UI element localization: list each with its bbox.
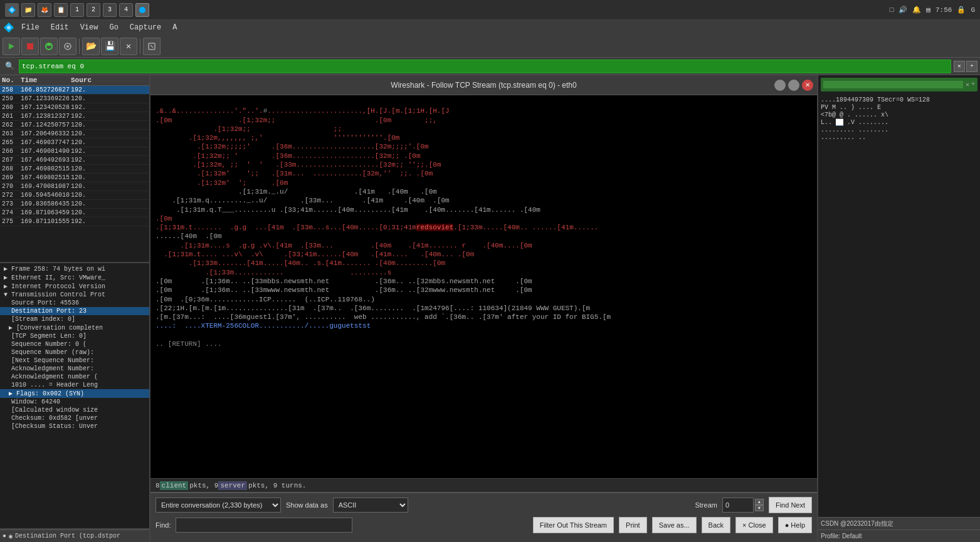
detail-stream-index[interactable]: [Stream index: 0] [0, 315, 149, 323]
save-as-button[interactable]: Save as... [652, 517, 697, 533]
left-status-icon1[interactable]: ● [3, 533, 6, 539]
detail-dst-port[interactable]: Destination Port: 23 [0, 307, 149, 315]
taskbar-folder[interactable]: 📁 [21, 3, 35, 17]
right-bar-btn2[interactable]: + [971, 81, 975, 88]
detail-next-seq[interactable]: [Next Sequence Number: [0, 357, 149, 365]
row-time: 167.124250757 [19, 121, 69, 129]
toolbar-save[interactable]: 💾 [101, 38, 119, 55]
filter-input[interactable] [19, 60, 951, 73]
detail-ethernet[interactable]: Ethernet II, Src: VMware_ [0, 273, 149, 282]
detail-src-port[interactable]: Source Port: 45536 [0, 299, 149, 307]
filter-add[interactable]: + [966, 61, 977, 72]
profile-label: Profile: Default [821, 533, 862, 539]
taskbar-app1[interactable]: 📋 [54, 3, 68, 17]
detail-tcp-seg-len[interactable]: [TCP Segment Len: 0] [0, 332, 149, 340]
row-no: 267 [0, 156, 19, 164]
stream-spin-down[interactable]: ▼ [755, 505, 764, 511]
table-row[interactable]: 259 167.123369226 120. [0, 95, 149, 103]
dialog-maximize-button[interactable] [788, 80, 799, 91]
find-next-button[interactable]: Find Next [769, 497, 812, 513]
table-row[interactable]: 272 169.594546010 120. [0, 191, 149, 200]
col-src: Sourc [69, 75, 149, 85]
taskbar-app2[interactable]: 1 [70, 3, 84, 17]
right-bar-btn1[interactable]: ✕ [966, 81, 969, 88]
show-data-select[interactable]: ASCII [333, 498, 408, 513]
toolbar-open[interactable]: 📂 [82, 38, 100, 55]
filter-clear[interactable]: ✕ [954, 61, 965, 72]
detail-checksum[interactable]: Checksum: 0xd582 [unver [0, 414, 149, 422]
detail-ack[interactable]: Acknowledgment Number: [0, 365, 149, 373]
detail-ack-raw[interactable]: Acknowledgment number ( [0, 373, 149, 381]
table-row[interactable]: 258 166.852726827 192. [0, 86, 149, 95]
row-time: 169.836586435 [19, 200, 69, 208]
table-row[interactable]: 268 167.469802515 120. [0, 165, 149, 174]
row-time: 169.594546010 [19, 191, 69, 199]
table-row[interactable]: 261 167.123812327 192. [0, 112, 149, 121]
print-button[interactable]: Print [619, 517, 647, 533]
toolbar-reload[interactable] [143, 38, 161, 55]
detail-conversation[interactable]: ▶ [Conversation completen [0, 323, 149, 332]
table-row[interactable]: 265 167.469037747 120. [0, 138, 149, 147]
detail-calc-window[interactable]: [Calculated window size [0, 406, 149, 414]
table-row[interactable]: 273 169.836586435 120. [0, 200, 149, 209]
controls-row2: Find: Filter Out This Stream Print Save … [155, 517, 812, 533]
stream-spin-up[interactable]: ▲ [755, 499, 764, 505]
row-src: 120. [69, 182, 149, 190]
toolbar-restart[interactable] [40, 38, 58, 55]
menu-capture[interactable]: Capture [125, 22, 166, 33]
table-row[interactable]: 262 167.124250757 120. [0, 121, 149, 130]
menu-edit[interactable]: Edit [46, 22, 74, 33]
stream-number-input[interactable] [722, 498, 754, 513]
taskbar-icon-sound: 🔊 [898, 6, 907, 14]
detail-seq-raw[interactable]: Sequence Number (raw): [0, 348, 149, 357]
table-row[interactable]: 260 167.123420528 192. [0, 103, 149, 112]
toolbar-stop[interactable] [21, 38, 39, 55]
table-row[interactable]: 269 167.469802515 120. [0, 174, 149, 182]
menu-go[interactable]: Go [104, 22, 123, 33]
close-button[interactable]: × Close [735, 517, 773, 533]
detail-header-len[interactable]: 1010 .... = Header Leng [0, 381, 149, 389]
taskbar-right: □ 🔊 🔔 ▤ 7:56 🔒 G [890, 6, 975, 14]
filter-out-stream-button[interactable]: Filter Out This Stream [533, 517, 614, 533]
table-row[interactable]: 270 169.470081087 120. [0, 182, 149, 191]
taskbar-app3[interactable]: 2 [87, 3, 100, 17]
stream-content[interactable]: .&..&..............'."..'.#.............… [150, 95, 817, 478]
toolbar-options[interactable] [59, 38, 76, 55]
taskbar-icon-bell: 🔔 [912, 6, 921, 14]
conversation-select[interactable]: Entire conversation (2,330 bytes) [155, 498, 281, 513]
svg-point-0 [10, 8, 14, 12]
taskbar-active[interactable] [135, 3, 149, 17]
back-button[interactable]: Back [702, 517, 730, 533]
detail-seq[interactable]: Sequence Number: 0 ( [0, 340, 149, 348]
menu-view[interactable]: View [75, 22, 103, 33]
wireshark-taskbar-icon[interactable] [5, 3, 19, 17]
detail-frame[interactable]: Frame 258: 74 bytes on wi [0, 264, 149, 273]
toolbar-start[interactable] [3, 38, 20, 55]
menu-file[interactable]: File [16, 22, 45, 33]
row-no: 274 [0, 209, 19, 217]
toolbar-close-capture[interactable]: ✕ [120, 38, 137, 55]
table-row[interactable]: 275 169.871101555 192. [0, 217, 149, 226]
left-status-icon2[interactable]: ◉ [9, 533, 13, 540]
detail-tcp[interactable]: Transmission Control Prot [0, 291, 149, 299]
menu-analyze[interactable]: A [167, 22, 182, 33]
svg-point-2 [7, 26, 11, 29]
taskbar: 📁 🦊 📋 1 2 3 4 □ 🔊 🔔 ▤ 7:56 🔒 G [0, 0, 980, 20]
row-src: 120. [69, 138, 149, 147]
detail-checksum-status[interactable]: [Checksum Status: Unver [0, 422, 149, 430]
help-button[interactable]: ● Help [778, 517, 812, 533]
table-row[interactable]: 267 167.469492693 192. [0, 156, 149, 165]
detail-ip[interactable]: Internet Protocol Version [0, 282, 149, 291]
table-row[interactable]: 266 167.469081490 192. [0, 147, 149, 156]
taskbar-app5[interactable]: 4 [119, 3, 133, 17]
svg-point-1 [139, 7, 145, 13]
detail-window[interactable]: Window: 64240 [0, 398, 149, 406]
dialog-minimize-button[interactable] [774, 80, 786, 91]
taskbar-app4[interactable]: 3 [103, 3, 117, 17]
table-row[interactable]: 263 167.206496332 120. [0, 130, 149, 138]
taskbar-firefox[interactable]: 🦊 [38, 3, 51, 17]
detail-flags[interactable]: ▶ Flags: 0x002 (SYN) [0, 389, 149, 398]
table-row[interactable]: 274 169.871063459 120. [0, 209, 149, 217]
dialog-close-button[interactable]: ✕ [802, 80, 813, 91]
find-input[interactable] [176, 518, 352, 533]
